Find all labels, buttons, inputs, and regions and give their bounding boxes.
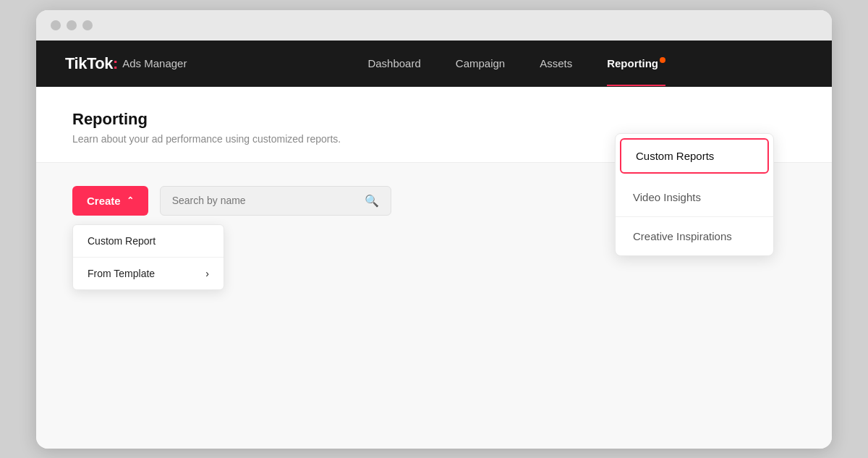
browser-chrome <box>36 10 832 41</box>
chevron-right-icon: › <box>205 268 209 279</box>
logo: TikTok: Ads Manager <box>65 54 187 73</box>
dropdown-item-creative-inspirations[interactable]: Creative Inspirations <box>616 217 773 255</box>
create-button[interactable]: Create ⌃ <box>72 186 148 216</box>
nav-assets[interactable]: Assets <box>540 57 572 69</box>
top-nav: TikTok: Ads Manager Dashboard Campaign A… <box>36 41 832 87</box>
dropdown-item-custom-reports[interactable]: Custom Reports <box>620 138 769 174</box>
browser-dot-3 <box>82 20 93 30</box>
reporting-dropdown-menu: Custom Reports Video Insights Creative I… <box>615 133 774 256</box>
reporting-notification-dot <box>660 57 665 63</box>
nav-reporting[interactable]: Reporting <box>607 57 665 70</box>
dropdown-item-custom-report[interactable]: Custom Report <box>73 225 224 258</box>
nav-links: Dashboard Campaign Assets Reporting <box>230 57 803 70</box>
nav-dashboard[interactable]: Dashboard <box>367 57 420 69</box>
page-title: Reporting <box>72 110 796 129</box>
browser-dot-1 <box>51 20 61 30</box>
browser-dot-2 <box>67 20 77 30</box>
search-icon: 🔍 <box>365 194 379 208</box>
dropdown-item-video-insights[interactable]: Video Insights <box>616 178 773 217</box>
browser-window: TikTok: Ads Manager Dashboard Campaign A… <box>36 10 832 449</box>
search-input[interactable] <box>172 195 359 206</box>
create-dropdown-menu: Custom Report From Template › <box>72 224 224 290</box>
logo-brand: TikTok <box>65 54 113 73</box>
logo-product: Ads Manager <box>122 57 187 69</box>
logo-colon: : <box>113 54 118 73</box>
search-bar[interactable]: 🔍 <box>160 186 391 216</box>
create-chevron-icon: ⌃ <box>127 195 134 205</box>
dropdown-item-from-template[interactable]: From Template › <box>73 258 224 289</box>
nav-campaign[interactable]: Campaign <box>456 57 505 69</box>
page-content: Reporting Learn about your ad performanc… <box>36 87 832 449</box>
